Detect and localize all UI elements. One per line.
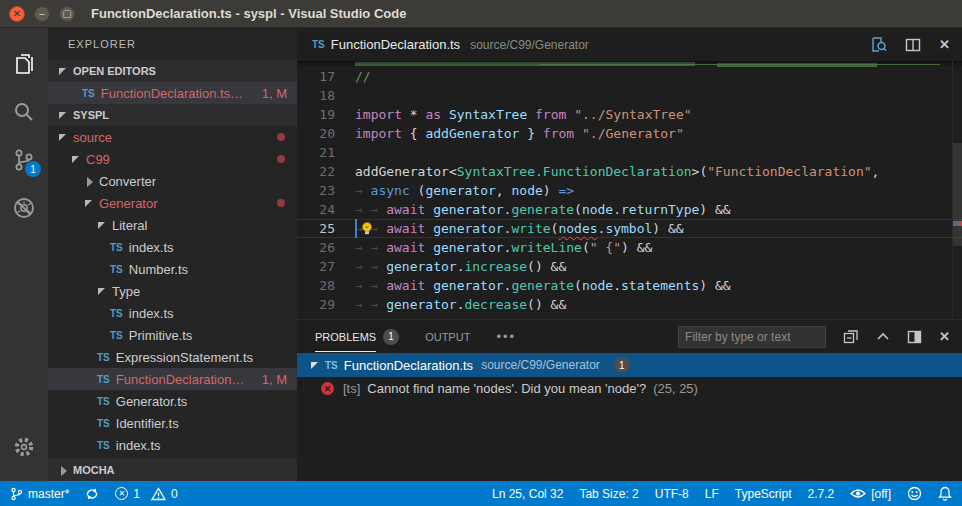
tree-item-identifier.ts[interactable]: TSIdentifier.ts — [48, 412, 297, 434]
collapse-all-icon[interactable] — [843, 329, 859, 345]
open-editors-header[interactable]: OPEN EDITORS — [48, 60, 297, 82]
open-changes-icon[interactable] — [870, 36, 887, 53]
problems-filter-input[interactable] — [678, 326, 826, 348]
mocha-section-header[interactable]: MOCHA — [48, 459, 297, 481]
tree-item-source[interactable]: source — [48, 126, 297, 148]
language-mode-status[interactable]: TypeScript — [727, 487, 800, 501]
maximize-panel-icon[interactable] — [876, 330, 890, 344]
indentation-status[interactable]: Tab Size: 2 — [571, 487, 646, 501]
line-content: import { addGenerator } from "./Generato… — [335, 124, 684, 143]
ts-file-icon: TS — [110, 264, 123, 275]
cursor-position-status[interactable]: Ln 25, Col 32 — [484, 487, 571, 501]
code-line-23[interactable]: 23→async (generator, node) => — [297, 181, 962, 200]
typescript-version-status[interactable]: 2.7.2 — [800, 487, 843, 501]
panel-empty-area — [297, 400, 962, 481]
explorer-icon[interactable] — [0, 40, 48, 88]
problem-file-path: source/C99/Generator — [481, 358, 600, 372]
line-content — [335, 143, 355, 162]
modified-dot-indicator — [277, 199, 285, 207]
tab-problems[interactable]: PROBLEMS 1 — [315, 320, 399, 353]
code-line-21[interactable]: 21 — [297, 143, 962, 162]
open-editor-filename: FunctionDeclaration.ts… — [101, 86, 243, 101]
scrollbar-thumb[interactable] — [953, 143, 962, 246]
tree-item-type[interactable]: Type — [48, 280, 297, 302]
code-line-25[interactable]: 25→→await generator.write(nodes.symbol) … — [297, 219, 962, 238]
twistie-open-icon — [58, 131, 70, 143]
code-lines: 17//1819import * as SyntaxTree from "../… — [297, 67, 962, 314]
tree-item-c99[interactable]: C99 — [48, 148, 297, 170]
code-line-20[interactable]: 20import { addGenerator } from "./Genera… — [297, 124, 962, 143]
tab-output[interactable]: OUTPUT — [425, 320, 470, 353]
scroll-shadow — [297, 61, 962, 67]
line-content: →→generator.decrease() && — [335, 295, 566, 314]
code-editor[interactable]: 17//1819import * as SyntaxTree from "../… — [297, 61, 962, 319]
lightbulb-icon[interactable] — [360, 219, 374, 238]
more-tabs-icon[interactable]: ••• — [496, 329, 516, 344]
close-editor-icon[interactable]: ✕ — [939, 37, 950, 52]
screen-reader-status[interactable]: [off] — [842, 487, 899, 501]
problems-count-badge: 1 — [383, 329, 399, 345]
line-number: 27 — [297, 257, 335, 276]
modified-dot-indicator — [277, 155, 285, 163]
code-line-28[interactable]: 28→→await generator.generate(node.statem… — [297, 276, 962, 295]
tree-item-generator.ts[interactable]: TSGenerator.ts — [48, 390, 297, 412]
workspace-section-header[interactable]: SYSPL — [48, 104, 297, 126]
twistie-closed-icon — [84, 175, 96, 187]
line-number: 28 — [297, 276, 335, 295]
tree-item-generator[interactable]: Generator — [48, 192, 297, 214]
tree-item-primitive.ts[interactable]: TSPrimitive.ts — [48, 324, 297, 346]
tree-item-number.ts[interactable]: TSNumber.ts — [48, 258, 297, 280]
window-close-button[interactable]: ✕ — [9, 6, 25, 22]
code-line-26[interactable]: 26→→await generator.writeLine(" {") && — [297, 238, 962, 257]
code-line-17[interactable]: 17// — [297, 67, 962, 86]
toggle-panel-layout-icon[interactable] — [907, 330, 922, 344]
error-count-icon: ✕ — [115, 487, 128, 500]
code-line-29[interactable]: 29→→generator.decrease() && — [297, 295, 962, 314]
tree-item-expressionstatement.ts[interactable]: TSExpressionStatement.ts — [48, 346, 297, 368]
sync-status[interactable] — [77, 487, 107, 501]
open-editor-item[interactable]: TS FunctionDeclaration.ts… 1, M — [48, 82, 297, 104]
split-editor-icon[interactable] — [905, 37, 921, 53]
tree-item-index.ts[interactable]: TSindex.ts — [48, 302, 297, 324]
tree-item-label: ExpressionStatement.ts — [116, 350, 253, 365]
ts-file-icon: TS — [110, 308, 123, 319]
tree-item-literal[interactable]: Literal — [48, 214, 297, 236]
ts-file-icon: TS — [325, 360, 338, 371]
tree-item-functiondeclaration-[interactable]: TSFunctionDeclaration…1, M — [48, 368, 297, 390]
code-line-19[interactable]: 19import * as SyntaxTree from "../Syntax… — [297, 105, 962, 124]
encoding-status[interactable]: UTF-8 — [647, 487, 697, 501]
twistie-closed-icon — [58, 464, 70, 476]
tree-item-index.ts[interactable]: TSindex.ts — [48, 434, 297, 456]
source-control-icon[interactable]: 1 — [0, 136, 48, 184]
code-line-22[interactable]: 22addGenerator<SyntaxTree.FunctionDeclar… — [297, 162, 962, 181]
overview-ruler[interactable] — [952, 61, 962, 319]
tree-item-label: Number.ts — [129, 262, 188, 277]
problems-status[interactable]: ✕ 1 0 — [107, 487, 185, 501]
code-line-27[interactable]: 27→→generator.increase() && — [297, 257, 962, 276]
problem-file-row[interactable]: TS FunctionDeclaration.ts source/C99/Gen… — [297, 353, 962, 377]
feedback-smiley-icon[interactable] — [899, 486, 930, 501]
code-line-18[interactable]: 18 — [297, 86, 962, 105]
editor-file-path: source/C99/Generator — [470, 38, 589, 52]
window-minimize-button[interactable]: – — [34, 6, 50, 22]
ruler-error-marker — [957, 221, 962, 226]
code-line-24[interactable]: 24→→await generator.generate(node.return… — [297, 200, 962, 219]
tree-item-label: Converter — [99, 174, 156, 189]
error-position: (25, 25) — [653, 381, 698, 396]
problem-error-row[interactable]: ✕ [ts] Cannot find name 'nodes'. Did you… — [297, 377, 962, 400]
gear-icon — [11, 434, 37, 460]
tree-item-converter[interactable]: Converter — [48, 170, 297, 192]
line-number: 24 — [297, 200, 335, 219]
debug-icon[interactable] — [0, 184, 48, 232]
eol-status[interactable]: LF — [697, 487, 727, 501]
git-branch-status[interactable]: master* — [10, 487, 77, 501]
tree-item-index.ts[interactable]: TSindex.ts — [48, 236, 297, 258]
window-maximize-button[interactable]: ▢ — [59, 6, 75, 22]
close-panel-icon[interactable]: ✕ — [939, 329, 950, 344]
settings-gear-icon[interactable] — [0, 423, 48, 471]
tree-item-label: Literal — [112, 218, 147, 233]
notifications-bell-icon[interactable] — [930, 486, 952, 501]
search-icon[interactable] — [0, 88, 48, 136]
scm-badge: 1 — [25, 161, 41, 177]
line-content — [335, 86, 355, 105]
